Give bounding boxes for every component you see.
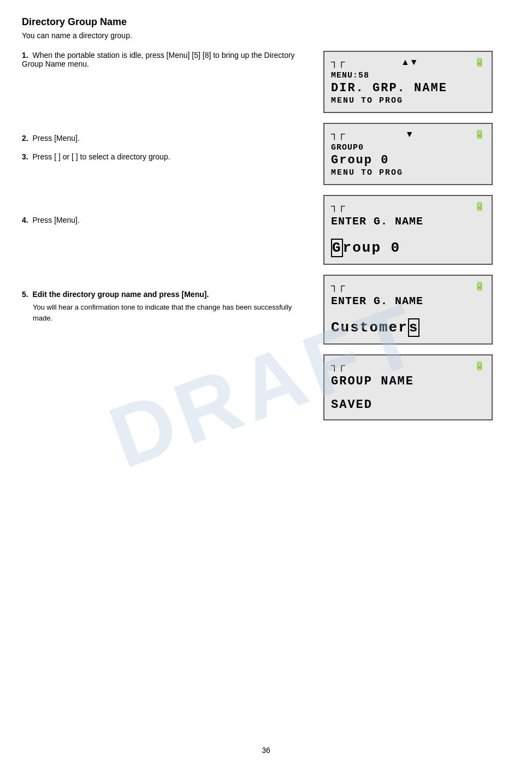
step-1-number: 1. — [22, 51, 28, 60]
step-2-text: 2. Press [Menu]. — [22, 134, 312, 143]
intro-text: You can name a directory group. — [22, 31, 510, 40]
arrow-down-icon-2: ▼ — [405, 129, 414, 139]
screen-2-line1: GROUP0 — [331, 143, 485, 152]
battery-icon-1: 🔋 — [474, 57, 485, 67]
spacer-5 — [409, 361, 411, 371]
screen-4-value: Customers — [331, 318, 485, 337]
signal-icon-3: ┐┌ — [331, 200, 345, 212]
page-number: 36 — [0, 746, 532, 755]
step-4-text: 4. Press [Menu]. — [22, 216, 312, 224]
screen-4: ┐┌ 🔋 ENTER G. NAME Customers — [323, 275, 493, 345]
step-2-body: Press [Menu]. — [32, 134, 79, 143]
screen-3-value: Group 0 — [331, 239, 485, 257]
screen-2-topbar: ┐┌ ▼ 🔋 — [331, 128, 485, 140]
screen-5-spacer — [331, 389, 485, 398]
screen-2-line3: MENU TO PROG — [331, 168, 485, 177]
screen-3-spacer — [331, 232, 485, 239]
signal-icon-5: ┐┌ — [331, 360, 345, 371]
screen-4-cursor-s: s — [408, 318, 420, 337]
signal-icon-2: ┐┌ — [331, 128, 345, 140]
screen-5-line1: GROUP NAME — [331, 375, 485, 388]
step-1-text: 1. When the portable station is idle, pr… — [22, 51, 312, 68]
battery-icon-4: 🔋 — [474, 281, 485, 291]
battery-icon-2: 🔋 — [474, 129, 485, 139]
battery-icon-5: 🔋 — [474, 360, 485, 371]
steps-column: 1. When the portable station is idle, pr… — [22, 51, 323, 430]
screen-2-line2: Group 0 — [331, 153, 485, 167]
screen-1-topbar: ┐┌ ▲▼ 🔋 — [331, 56, 485, 68]
arrow-updown-icon-1: ▲▼ — [401, 57, 418, 67]
screen-4-topbar: ┐┌ 🔋 — [331, 280, 485, 292]
step-5: 5. Edit the directory group name and pre… — [22, 290, 312, 323]
screen-4-text-customers: Customer — [331, 319, 408, 336]
screen-1-line2: DIR. GRP. NAME — [331, 81, 485, 95]
battery-icon-3: 🔋 — [474, 201, 485, 211]
screen-4-spacer — [331, 312, 485, 318]
page-title: Directory Group Name — [22, 16, 510, 28]
screen-2: ┐┌ ▼ 🔋 GROUP0 Group 0 MENU TO PROG — [323, 123, 493, 185]
step-3-text: 3. Press [ ] or [ ] to select a director… — [22, 152, 312, 161]
step-4: 4. Press [Menu]. — [22, 216, 312, 224]
screen-3-line1: ENTER G. NAME — [331, 215, 485, 228]
step-2-number: 2. — [22, 134, 28, 143]
screen-3-cursor-g: G — [331, 239, 343, 257]
screen-5: ┐┌ 🔋 GROUP NAME SAVED — [323, 354, 493, 420]
screen-1-line1: MENU:58 — [331, 71, 485, 80]
screen-1: ┐┌ ▲▼ 🔋 MENU:58 DIR. GRP. NAME MENU TO P… — [323, 51, 493, 113]
screen-1-line3: MENU TO PROG — [331, 96, 485, 105]
step-3-body: Press [ ] or [ ] to select a directory g… — [32, 152, 170, 161]
step-4-number: 4. — [22, 216, 28, 224]
step-5-body: Edit the directory group name and press … — [32, 290, 209, 299]
step-1: 1. When the portable station is idle, pr… — [22, 51, 312, 68]
spacer-3 — [409, 201, 411, 211]
signal-icon-1: ┐┌ — [331, 56, 345, 68]
screen-5-line3: SAVED — [331, 398, 485, 412]
step-5-text: 5. Edit the directory group name and pre… — [22, 290, 312, 299]
step-2: 2. Press [Menu]. — [22, 134, 312, 143]
signal-icon-4: ┐┌ — [331, 280, 345, 292]
screen-4-line1: ENTER G. NAME — [331, 295, 485, 307]
screen-3: ┐┌ 🔋 ENTER G. NAME Group 0 — [323, 195, 493, 265]
spacer-4 — [409, 281, 411, 291]
step-5-sub: You will hear a confirmation tone to ind… — [22, 302, 312, 323]
step-1-body: When the portable station is idle, press… — [22, 51, 295, 68]
screens-column: ┐┌ ▲▼ 🔋 MENU:58 DIR. GRP. NAME MENU TO P… — [323, 51, 510, 430]
step-5-number: 5. — [22, 290, 28, 299]
screen-3-text-rest: roup 0 — [343, 240, 401, 256]
screen-5-topbar: ┐┌ 🔋 — [331, 360, 485, 371]
step-3-number: 3. — [22, 152, 28, 161]
step-3: 3. Press [ ] or [ ] to select a director… — [22, 152, 312, 161]
screen-3-topbar: ┐┌ 🔋 — [331, 200, 485, 212]
step-4-body: Press [Menu]. — [32, 216, 79, 224]
